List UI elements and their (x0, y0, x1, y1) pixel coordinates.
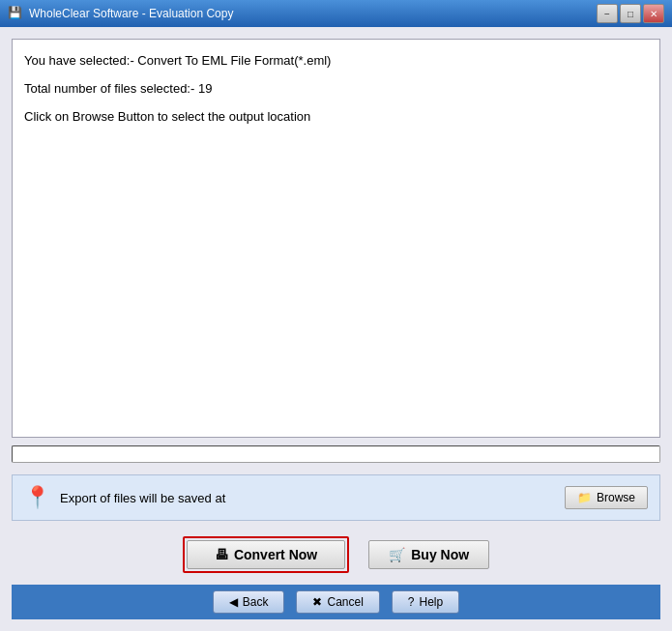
title-bar-title: WholeClear Software - Evaluation Copy (29, 7, 233, 20)
info-line-1: You have selected:- Convert To EML File … (24, 51, 648, 72)
cancel-icon: ✖ (312, 595, 322, 609)
back-label: Back (243, 595, 269, 609)
convert-now-label: Convert Now (234, 547, 317, 562)
export-bar-left: 📍 Export of files will be saved at (24, 485, 225, 510)
progress-bar-container (12, 445, 660, 463)
main-window: You have selected:- Convert To EML File … (0, 27, 672, 631)
buy-icon: 🛒 (389, 547, 405, 562)
back-icon: ◀ (229, 595, 238, 609)
info-text-area: You have selected:- Convert To EML File … (12, 39, 660, 438)
export-bar: 📍 Export of files will be saved at 📁 Bro… (12, 474, 660, 521)
convert-now-wrapper: 🖶 Convert Now (183, 536, 349, 573)
help-label: Help (420, 595, 444, 609)
cancel-button[interactable]: ✖ Cancel (296, 590, 379, 614)
app-icon: 💾 (8, 6, 23, 21)
export-label: Export of files will be saved at (60, 491, 225, 505)
buy-now-button[interactable]: 🛒 Buy Now (368, 540, 489, 569)
info-line-3: Click on Browse Button to select the out… (24, 107, 648, 128)
location-icon: 📍 (24, 485, 50, 510)
title-bar: 💾 WholeClear Software - Evaluation Copy … (0, 0, 672, 27)
close-button[interactable]: ✕ (643, 4, 664, 23)
maximize-button[interactable]: □ (620, 4, 641, 23)
cancel-label: Cancel (327, 595, 363, 609)
convert-now-button[interactable]: 🖶 Convert Now (187, 540, 345, 569)
minimize-button[interactable]: − (597, 4, 618, 23)
browse-label: Browse (597, 491, 635, 504)
browse-icon: 📁 (577, 491, 592, 504)
help-icon: ? (408, 595, 415, 609)
browse-button[interactable]: 📁 Browse (565, 486, 648, 509)
info-line-2: Total number of files selected:- 19 (24, 79, 648, 100)
convert-icon: 🖶 (215, 547, 228, 562)
help-button[interactable]: ? Help (392, 590, 459, 614)
action-buttons: 🖶 Convert Now 🛒 Buy Now (12, 529, 660, 577)
window-controls: − □ ✕ (597, 4, 664, 23)
buy-now-label: Buy Now (411, 547, 469, 562)
back-button[interactable]: ◀ Back (213, 590, 285, 614)
nav-bar: ◀ Back ✖ Cancel ? Help (12, 585, 660, 619)
